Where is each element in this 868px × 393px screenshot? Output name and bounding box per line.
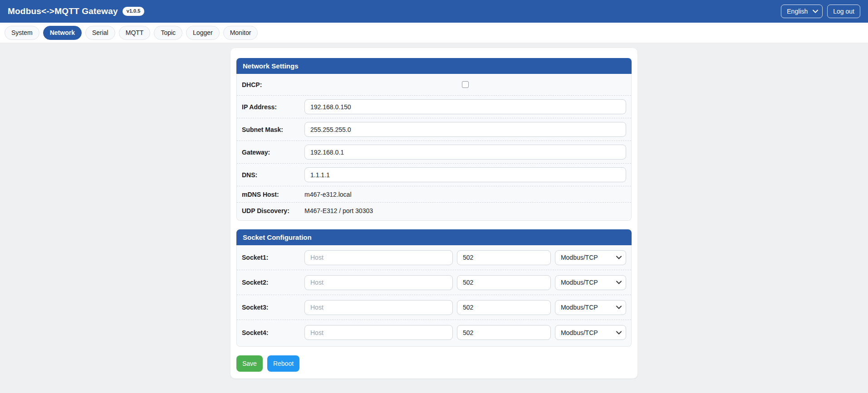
tab-topic[interactable]: Topic [154,26,182,40]
dns-input[interactable] [304,167,626,182]
socket-configuration-body: Socket1: Modbus/TCP [236,245,632,347]
socket3-port-input[interactable] [457,300,551,315]
tab-logger[interactable]: Logger [186,26,220,40]
socket3-protocol-wrap: Modbus/TCP [555,300,626,315]
ip-address-input[interactable] [304,99,626,114]
mdns-host-label: mDNS Host: [242,191,304,198]
network-settings-section: Network Settings DHCP: IP Address: Subne… [236,58,632,221]
socket2-controls: Modbus/TCP [304,275,626,290]
dhcp-label: DHCP: [242,81,304,88]
brand: Modbus<->MQTT Gateway v1.0.5 [8,6,144,16]
gateway-row: Gateway: [237,141,631,164]
tab-system[interactable]: System [5,26,39,40]
socket4-host-input[interactable] [304,325,453,340]
socket3-protocol-select[interactable]: Modbus/TCP [555,300,626,315]
socket3-host-input[interactable] [304,300,453,315]
mdns-host-row: mDNS Host: m467-e312.local [237,186,631,203]
subnet-mask-input[interactable] [304,122,626,137]
socket2-label: Socket2: [242,279,304,286]
ip-address-row: IP Address: [237,96,631,118]
tab-mqtt[interactable]: MQTT [119,26,151,40]
socket1-row: Socket1: Modbus/TCP [237,245,631,270]
socket2-port-input[interactable] [457,275,551,290]
logout-button[interactable]: Log out [827,5,860,18]
socket3-row: Socket3: Modbus/TCP [237,295,631,320]
subnet-mask-label: Subnet Mask: [242,126,304,133]
language-select-wrap: English [781,5,823,18]
socket4-label: Socket4: [242,329,304,336]
socket-configuration-section: Socket Configuration Socket1: Modbus/TCP [236,229,632,347]
socket2-protocol-wrap: Modbus/TCP [555,275,626,290]
navbar-actions: English Log out [781,5,860,18]
mdns-host-value: m467-e312.local [304,191,352,198]
subnet-mask-row: Subnet Mask: [237,118,631,141]
socket4-controls: Modbus/TCP [304,325,626,340]
socket4-protocol-select[interactable]: Modbus/TCP [555,325,626,340]
socket1-protocol-wrap: Modbus/TCP [555,250,626,265]
tab-monitor[interactable]: Monitor [223,26,258,40]
dhcp-row: DHCP: [237,74,631,96]
dhcp-checkbox[interactable] [462,81,469,88]
gateway-label: Gateway: [242,149,304,156]
dns-row: DNS: [237,164,631,186]
socket1-port-input[interactable] [457,250,551,265]
socket1-label: Socket1: [242,254,304,261]
socket4-row: Socket4: Modbus/TCP [237,320,631,345]
socket4-protocol-wrap: Modbus/TCP [555,325,626,340]
top-navbar: Modbus<->MQTT Gateway v1.0.5 English Log… [0,0,868,23]
socket2-protocol-select[interactable]: Modbus/TCP [555,275,626,290]
udp-discovery-row: UDP Discovery: M467-E312 / port 30303 [237,203,631,219]
socket2-host-input[interactable] [304,275,453,290]
save-button[interactable]: Save [236,355,263,372]
udp-discovery-value: M467-E312 / port 30303 [304,207,373,214]
dns-label: DNS: [242,171,304,179]
settings-card: Network Settings DHCP: IP Address: Subne… [230,48,638,378]
action-buttons: Save Reboot [236,355,632,372]
socket1-controls: Modbus/TCP [304,250,626,265]
socket4-port-input[interactable] [457,325,551,340]
app-title: Modbus<->MQTT Gateway [8,6,118,16]
language-select[interactable]: English [781,5,823,18]
dhcp-checkbox-cell [304,81,626,88]
network-settings-body: DHCP: IP Address: Subnet Mask: Gateway: [236,74,632,221]
socket2-row: Socket2: Modbus/TCP [237,270,631,295]
gateway-input[interactable] [304,145,626,160]
tab-strip: System Network Serial MQTT Topic Logger … [0,23,868,43]
reboot-button[interactable]: Reboot [267,355,299,372]
tab-serial[interactable]: Serial [85,26,115,40]
network-settings-header: Network Settings [236,58,632,74]
socket3-controls: Modbus/TCP [304,300,626,315]
main-content: Network Settings DHCP: IP Address: Subne… [0,43,868,393]
tab-network[interactable]: Network [43,26,82,40]
socket-configuration-header: Socket Configuration [236,229,632,245]
socket1-protocol-select[interactable]: Modbus/TCP [555,250,626,265]
socket1-host-input[interactable] [304,250,453,265]
version-badge: v1.0.5 [123,7,145,15]
udp-discovery-label: UDP Discovery: [242,207,304,214]
ip-address-label: IP Address: [242,103,304,111]
socket3-label: Socket3: [242,304,304,311]
